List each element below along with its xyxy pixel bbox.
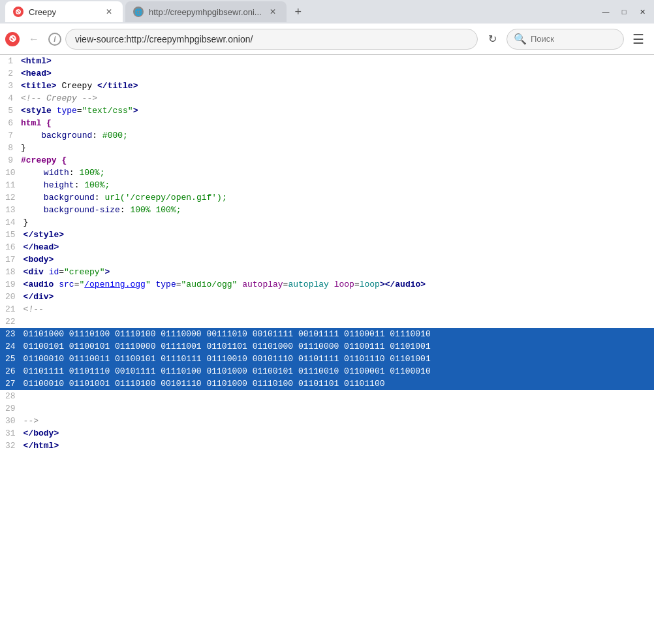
line-content: }	[23, 216, 654, 229]
line-number: 25	[0, 353, 23, 365]
line-number: 22	[0, 315, 23, 328]
address-input[interactable]	[65, 29, 478, 50]
close-button[interactable]: ✕	[636, 5, 649, 18]
line-number: 5	[0, 105, 21, 117]
line-number: 17	[0, 253, 23, 266]
line-content: <!--	[23, 303, 654, 315]
line-content: <title> Creepy </title>	[21, 80, 654, 92]
line-content: </style>	[23, 229, 654, 241]
source-line-28: 28	[0, 390, 654, 402]
source-line-26: 2601101111 01101110 00101111 01110100 01…	[0, 365, 654, 378]
line-content: </div>	[23, 291, 654, 303]
line-content: <html>	[21, 55, 654, 67]
source-line-27: 2701100010 01101001 01110100 00101110 01…	[0, 378, 654, 390]
line-content: 01100010 01110011 01100101 01110111 0111…	[23, 353, 654, 365]
line-content: html {	[21, 117, 654, 129]
line-number: 1	[0, 55, 21, 67]
line-number: 32	[0, 440, 23, 452]
info-icon[interactable]: i	[48, 33, 61, 46]
source-line-11: 11 height: 100%;	[0, 179, 654, 191]
line-content: </html>	[23, 440, 654, 452]
line-number: 4	[0, 92, 21, 105]
line-content: background-size: 100% 100%;	[23, 204, 654, 216]
source-line-1: 1<html>	[0, 55, 654, 67]
maximize-button[interactable]: □	[617, 5, 631, 18]
source-line-9: 9#creepy {	[0, 154, 654, 167]
line-content: <style type="text/css">	[21, 105, 654, 117]
tab-url[interactable]: 🌐 http://creepymhpgibsewr.oni... ✕	[125, 1, 287, 22]
source-line-18: 18<div id="creepy">	[0, 266, 654, 278]
tab-close-creepy[interactable]: ✕	[103, 6, 115, 18]
line-number: 24	[0, 340, 23, 353]
source-line-20: 20</div>	[0, 291, 654, 303]
line-number: 19	[0, 278, 23, 291]
source-line-31: 31</body>	[0, 427, 654, 440]
line-content: #creepy {	[21, 154, 654, 167]
line-number: 23	[0, 328, 23, 340]
line-content: <!-- Creepy -->	[21, 92, 654, 105]
back-button[interactable]: ←	[23, 29, 44, 50]
reload-button[interactable]: ↻	[482, 29, 503, 50]
source-line-3: 3<title> Creepy </title>	[0, 80, 654, 92]
line-content: 01101000 01110100 01110100 01110000 0011…	[23, 328, 654, 340]
tab-close-url[interactable]: ✕	[267, 6, 279, 18]
title-bar: 🛇 Creepy ✕ 🌐 http://creepymhpgibsewr.oni…	[0, 0, 654, 24]
source-line-5: 5<style type="text/css">	[0, 105, 654, 117]
line-content: width: 100%;	[23, 167, 654, 179]
line-number: 20	[0, 291, 23, 303]
source-line-29: 29	[0, 402, 654, 415]
address-bar: 🛇 ← i ↻ 🔍 ☰	[0, 24, 654, 55]
line-number: 15	[0, 229, 23, 241]
source-line-12: 12 background: url('/creepy/open.gif');	[0, 191, 654, 204]
tab-favicon-url: 🌐	[133, 7, 144, 17]
line-number: 27	[0, 378, 23, 390]
source-line-17: 17<body>	[0, 253, 654, 266]
line-number: 13	[0, 204, 23, 216]
line-content: background: url('/creepy/open.gif');	[23, 191, 654, 204]
search-input[interactable]	[531, 34, 615, 44]
menu-button[interactable]: ☰	[628, 29, 649, 50]
source-line-19: 19<audio src="/opening.ogg" type="audio/…	[0, 278, 654, 291]
line-content: <audio src="/opening.ogg" type="audio/og…	[23, 278, 654, 291]
minimize-button[interactable]: —	[599, 5, 612, 18]
source-line-32: 32</html>	[0, 440, 654, 452]
line-number: 6	[0, 117, 21, 129]
source-line-10: 10 width: 100%;	[0, 167, 654, 179]
source-line-25: 2501100010 01110011 01100101 01110111 01…	[0, 353, 654, 365]
new-tab-button[interactable]: +	[289, 3, 307, 21]
line-number: 28	[0, 390, 23, 402]
line-content: </head>	[23, 241, 654, 253]
line-number: 10	[0, 167, 23, 179]
line-number: 16	[0, 241, 23, 253]
line-content: }	[21, 142, 654, 154]
line-content	[23, 315, 654, 328]
line-number: 7	[0, 129, 21, 142]
tab-creepy[interactable]: 🛇 Creepy ✕	[5, 1, 123, 22]
source-line-13: 13 background-size: 100% 100%;	[0, 204, 654, 216]
line-number: 3	[0, 80, 21, 92]
line-content: <div id="creepy">	[23, 266, 654, 278]
source-line-6: 6html {	[0, 117, 654, 129]
line-content: <body>	[23, 253, 654, 266]
line-number: 21	[0, 303, 23, 315]
source-line-21: 21<!--	[0, 303, 654, 315]
line-number: 11	[0, 179, 23, 191]
window-controls: — □ ✕	[599, 5, 649, 18]
line-content: 01101111 01101110 00101111 01110100 0110…	[23, 365, 654, 378]
source-line-23: 2301101000 01110100 01110100 01110000 00…	[0, 328, 654, 340]
source-line-8: 8}	[0, 142, 654, 154]
tab-title-url: http://creepymhpgibsewr.oni...	[149, 7, 262, 17]
line-number: 26	[0, 365, 23, 378]
line-number: 14	[0, 216, 23, 229]
line-content: -->	[23, 415, 654, 427]
line-content: background: #000;	[21, 129, 654, 142]
line-number: 30	[0, 415, 23, 427]
source-line-14: 14}	[0, 216, 654, 229]
line-number: 2	[0, 67, 21, 80]
page-favicon: 🛇	[5, 32, 20, 46]
source-line-7: 7 background: #000;	[0, 129, 654, 142]
search-icon: 🔍	[514, 33, 527, 45]
line-content: <head>	[21, 67, 654, 80]
line-number: 8	[0, 142, 21, 154]
source-line-22: 22	[0, 315, 654, 328]
